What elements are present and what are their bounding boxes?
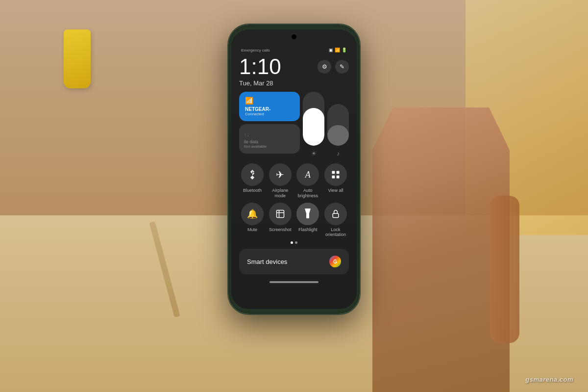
actions-row-2: 🔔 Mute Screenshot Flas [239,203,349,238]
time-section: 1:10 Tue, Mar 28 ⚙ ✎ [231,56,357,92]
mute-label: Mute [247,227,257,233]
quick-actions: Bluetooth ✈ Airplane mode A Auto brightn… [231,159,357,239]
sliders-area: ☀ ♪ [303,92,349,159]
time-display: 1:10 [239,56,281,78]
edit-icon[interactable]: ✎ [335,60,349,74]
bluetooth-icon [241,163,264,186]
page-dots [231,239,357,246]
watermark: gsmarena.com [525,376,573,383]
auto-brightness-icon: A [296,163,319,186]
volume-slider[interactable] [327,104,349,146]
screenshot-label: Screenshot [269,227,292,233]
svg-rect-9 [333,213,339,217]
wifi-tile-icon: 📶 [245,97,253,105]
view-all-tile[interactable]: View all [322,163,349,199]
battery-icon: 🔋 [342,48,347,52]
auto-brightness-label: Auto brightness [294,188,321,199]
dot-2 [295,241,297,244]
flashlight-tile[interactable]: Flashlight [294,203,321,238]
airplane-tile[interactable]: ✈ Airplane mode [267,163,294,199]
volume-fill [327,125,349,146]
screenshot-tile[interactable]: Screenshot [267,203,294,238]
brightness-icon: ☀ [303,148,324,159]
dot-1 [291,241,293,244]
mobile-data-tile[interactable]: ↑↓ ile data Not available [239,124,300,154]
lock-orientation-tile[interactable]: Lock orientation [322,203,349,238]
view-all-icon [324,163,347,186]
flashlight-label: Flashlight [298,227,318,233]
smart-devices-label: Smart devices [247,258,287,265]
mute-icon: 🔔 [241,203,264,225]
brightness-slider[interactable] [303,92,324,146]
mobile-name: ile data [244,139,295,144]
airplane-icon: ✈ [269,163,292,186]
lock-orientation-icon [324,203,347,225]
svg-rect-1 [337,171,340,174]
screen-content: Emergency calls ▣ 📶 🔋 1:10 Tue, Mar 28 ⚙… [231,29,357,309]
svg-rect-4 [276,210,284,217]
time-action-icons: ⚙ ✎ [318,60,349,74]
volume-icon: ♪ [327,148,349,159]
lock-orientation-label: Lock orientation [322,227,349,238]
left-tiles: 📶 NETGEAR- Connected ↑↓ ile data Not ava… [239,92,300,154]
wifi-status-icon: 📶 [335,48,340,52]
view-all-label: View all [328,188,343,193]
actions-row-1: Bluetooth ✈ Airplane mode A Auto brightn… [239,163,349,199]
bluetooth-label: Bluetooth [243,188,262,193]
phone-shell: Emergency calls ▣ 📶 🔋 1:10 Tue, Mar 28 ⚙… [228,25,360,314]
yellow-cup [64,29,91,88]
phone-screen: Emergency calls ▣ 📶 🔋 1:10 Tue, Mar 28 ⚙… [231,29,357,309]
svg-rect-3 [337,176,340,179]
quick-tiles-container: 📶 NETGEAR- Connected ↑↓ ile data Not ava… [231,92,357,159]
bluetooth-tile[interactable]: Bluetooth [239,163,266,199]
mute-tile[interactable]: 🔔 Mute [239,203,266,238]
fingers [490,196,519,343]
wifi-tile[interactable]: 📶 NETGEAR- Connected [239,92,300,121]
sim-icon: ▣ [329,48,333,52]
volume-slider-col: ♪ [327,104,349,159]
screenshot-icon [269,203,292,225]
status-icons: ▣ 📶 🔋 [329,48,347,52]
brightness-slider-col: ☀ [303,92,324,159]
home-pill[interactable] [270,281,318,283]
google-icon: G [329,256,341,267]
svg-rect-2 [332,176,335,179]
settings-icon[interactable]: ⚙ [318,60,331,74]
mobile-icon: ↑↓ [244,131,295,137]
svg-rect-7 [306,213,309,218]
time-date-block: 1:10 Tue, Mar 28 [239,56,281,87]
status-bar: Emergency calls ▣ 📶 🔋 [231,42,357,56]
home-bar [231,281,357,287]
flashlight-icon [296,203,319,225]
camera-hole [292,34,296,39]
svg-rect-0 [332,171,335,174]
emergency-calls: Emergency calls [241,48,270,52]
wifi-network-name: NETGEAR- [245,106,294,112]
wifi-status: Connected [245,112,294,116]
auto-brightness-tile[interactable]: A Auto brightness [294,163,321,199]
svg-marker-8 [305,209,311,213]
date-display: Tue, Mar 28 [239,79,281,87]
smart-devices-section[interactable]: Smart devices G [239,249,349,274]
airplane-label: Airplane mode [267,188,294,199]
mobile-status: Not available [244,144,295,149]
brightness-fill [303,108,324,146]
hand [372,107,510,392]
